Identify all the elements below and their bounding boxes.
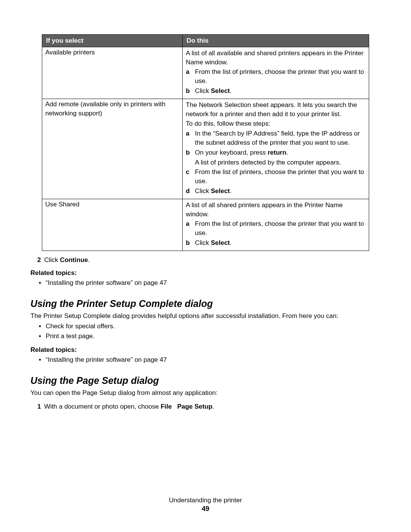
alpha-step-after: A list of printers detected by the compu… bbox=[195, 158, 366, 167]
step-suffix: . bbox=[88, 256, 90, 264]
alpha-marker: b bbox=[186, 86, 195, 96]
table-header-right: Do this bbox=[183, 35, 369, 47]
bullet-item: Print a test page. bbox=[46, 332, 369, 341]
step-suffix: . bbox=[212, 403, 214, 410]
section-heading-page-setup: Using the Page Setup dialog bbox=[30, 375, 369, 386]
table-row: Use SharedA list of all shared printers … bbox=[42, 199, 369, 251]
alpha-step: dClick Select. bbox=[186, 187, 366, 196]
related-topic-item: “Installing the printer software” on pag… bbox=[46, 278, 369, 288]
alpha-content: From the list of printers, choose the pr… bbox=[195, 219, 366, 238]
cell-intro: The Network Selection sheet appears. It … bbox=[186, 101, 366, 119]
selection-table: If you select Do this Available printers… bbox=[42, 34, 369, 251]
alpha-content: In the “Search by IP Address” field, typ… bbox=[195, 129, 366, 147]
section1-body: The Printer Setup Complete dialog provid… bbox=[30, 312, 369, 321]
alpha-step: bClick Select. bbox=[186, 86, 366, 96]
step-2: 2 Click Continue. bbox=[37, 256, 369, 264]
alpha-step: aFrom the list of printers, choose the p… bbox=[186, 219, 366, 238]
table-cell-right: The Network Selection sheet appears. It … bbox=[183, 99, 369, 199]
section2-step-1: 1 With a document or photo open, choose … bbox=[37, 403, 369, 411]
alpha-marker: c bbox=[186, 168, 195, 186]
table-header-left: If you select bbox=[42, 35, 183, 47]
alpha-step-list: aFrom the list of printers, choose the p… bbox=[186, 67, 366, 95]
alpha-step: bClick Select. bbox=[186, 238, 366, 248]
table-row: Add remote (available only in printers w… bbox=[42, 99, 369, 199]
table-cell-left: Use Shared bbox=[42, 199, 183, 251]
related-topic-item: “Installing the printer software” on pag… bbox=[46, 355, 369, 364]
section2-body: You can open the Page Setup dialog from … bbox=[30, 388, 369, 398]
step-text: Click Continue. bbox=[44, 256, 90, 264]
table-cell-right: A list of all available and shared print… bbox=[183, 47, 369, 99]
table-cell-right: A list of all shared printers appears in… bbox=[183, 199, 369, 251]
alpha-marker: d bbox=[186, 187, 195, 196]
bullet-item: Check for special offers. bbox=[46, 322, 369, 331]
table-cell-left: Add remote (available only in printers w… bbox=[42, 99, 183, 199]
alpha-content: From the list of printers, choose the pr… bbox=[195, 168, 366, 186]
related-topics-list-1: “Installing the printer software” on pag… bbox=[39, 278, 369, 288]
step-text: With a document or photo open, choose Fi… bbox=[44, 403, 214, 411]
step-mid bbox=[172, 403, 177, 410]
alpha-step-list: aFrom the list of printers, choose the p… bbox=[186, 219, 366, 247]
related-topics-list-2: “Installing the printer software” on pag… bbox=[39, 355, 369, 364]
cell-intro: A list of all shared printers appears in… bbox=[186, 201, 366, 219]
alpha-marker: a bbox=[186, 67, 195, 86]
step-bold: Page Setup bbox=[177, 403, 213, 410]
table-row: Available printersA list of all availabl… bbox=[42, 47, 369, 99]
alpha-marker: b bbox=[186, 238, 195, 248]
related-topics-heading-1: Related topics: bbox=[30, 269, 369, 277]
table-body: Available printersA list of all availabl… bbox=[42, 47, 369, 251]
footer-page-number: 49 bbox=[0, 505, 411, 513]
alpha-step: bOn your keyboard, press return. bbox=[186, 148, 366, 157]
alpha-marker: a bbox=[186, 129, 195, 147]
section1-bullets: Check for special offers. Print a test p… bbox=[39, 322, 369, 341]
step-bold: Continue bbox=[60, 256, 88, 264]
step-number: 2 bbox=[37, 256, 44, 264]
page-footer: Understanding the printer 49 bbox=[0, 497, 411, 513]
alpha-content: Click Select. bbox=[195, 238, 366, 248]
step-prefix: Click bbox=[44, 256, 60, 264]
alpha-content: From the list of printers, choose the pr… bbox=[195, 67, 366, 86]
alpha-content: On your keyboard, press return. bbox=[195, 148, 366, 157]
alpha-marker: a bbox=[186, 219, 195, 238]
cell-intro: A list of all available and shared print… bbox=[186, 49, 366, 67]
alpha-step: aFrom the list of printers, choose the p… bbox=[186, 67, 366, 86]
alpha-step: cFrom the list of printers, choose the p… bbox=[186, 168, 366, 186]
alpha-content: Click Select. bbox=[195, 86, 366, 96]
section-heading-printer-setup-complete: Using the Printer Setup Complete dialog bbox=[30, 298, 369, 309]
table-cell-left: Available printers bbox=[42, 47, 183, 99]
page-container: If you select Do this Available printers… bbox=[0, 0, 411, 532]
cell-sub-intro: To do this, follow these steps: bbox=[186, 119, 366, 128]
alpha-step-list: aIn the “Search by IP Address” field, ty… bbox=[186, 129, 366, 196]
alpha-step: aIn the “Search by IP Address” field, ty… bbox=[186, 129, 366, 147]
step-number: 1 bbox=[37, 403, 44, 411]
footer-chapter: Understanding the printer bbox=[0, 497, 411, 504]
step-prefix: With a document or photo open, choose bbox=[44, 403, 161, 410]
step-bold: File bbox=[161, 403, 172, 410]
related-topics-heading-2: Related topics: bbox=[30, 346, 369, 354]
alpha-content: Click Select. bbox=[195, 187, 366, 196]
alpha-marker: b bbox=[186, 148, 195, 157]
